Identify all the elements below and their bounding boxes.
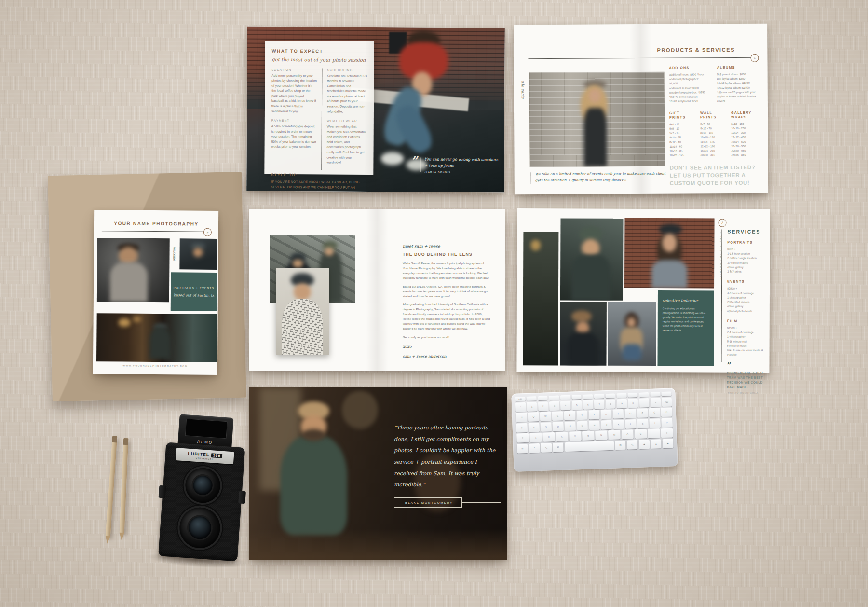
keyboard-key: N — [595, 430, 607, 440]
keyboard-key: esc — [515, 397, 526, 401]
keyboard-key — [616, 393, 626, 398]
price-item: 8x8 layflat album: $800 — [717, 77, 758, 82]
price-item: 8x10 - 70 — [700, 126, 727, 131]
price-item: 10x10 - 250 — [731, 126, 758, 131]
services-sidebar: SERVICES PORTRAITS $450 +1-1.5 hour sess… — [727, 229, 764, 395]
caption-script-text: We take on a limited number of events ea… — [535, 171, 671, 184]
duo-paragraph: After graduating from the University of … — [403, 302, 490, 331]
price-group-heading: GIFT PRINTS — [669, 110, 696, 119]
quote-text: You can never go wrong with sneakers + t… — [424, 156, 499, 169]
keyboard-key: 4 — [560, 400, 570, 410]
keyboard-key: 6 — [583, 400, 593, 410]
keyboard-key: Y — [588, 410, 599, 420]
camera-body: LUBITEL 166 UNIVERSAL — [158, 442, 245, 562]
camera-viewfinder-hood: ЛОМО — [177, 414, 233, 448]
testimonial-attribution: -BLAKE MONTGOMERY — [394, 497, 462, 508]
keyboard-key: ⌘ — [553, 442, 564, 452]
photo-quote: ” You can never go wrong with sneakers +… — [410, 156, 498, 174]
package-film: FILM $1500 +2-4 hours of coverage1 video… — [727, 318, 764, 357]
apple-keyboard: esc`1234567890-=⌫⇥QWERTYUIOPĞÜ⇪ASDFGHJKL… — [511, 388, 678, 472]
keyboard-key: Ç — [635, 429, 647, 439]
keyboard-key: 2 — [538, 401, 548, 411]
price-item: *albums are 20 pages with your — [717, 90, 758, 95]
camera-nameplate: LUBITEL 166 UNIVERSAL — [176, 448, 234, 464]
package-item: synced to music — [727, 344, 764, 348]
keyboard-key: ▲ — [651, 439, 662, 449]
keyboard-key: H — [589, 420, 600, 430]
keyboard-key: C — [556, 432, 568, 441]
package-events: EVENTS $2500 +4-8 hours of coverage1 pho… — [727, 279, 764, 314]
page-number-marker: 2 — [718, 219, 726, 227]
package-item: 5-15 minute reel — [727, 339, 764, 344]
keyboard-key: A — [529, 423, 540, 432]
camera-knob — [159, 485, 166, 498]
keyboard-key: ⌘ — [615, 440, 626, 450]
keyboard-key: O — [625, 409, 636, 418]
price-lists: ADD-ONS additional hours: $300 / houradd… — [669, 65, 759, 187]
price-group-heading: ALBUMS — [717, 65, 758, 69]
collage-photo-backwards-cap-girl — [624, 218, 715, 289]
keyboard-key: ` — [515, 402, 526, 412]
quote-mark-icon: ” — [410, 156, 417, 165]
keyboard-key: Ö — [622, 429, 634, 439]
price-item: 16x16 - 85 — [669, 149, 696, 153]
section-heading: PAYMENT — [271, 119, 317, 122]
collage-photo-cap-man — [560, 302, 606, 365]
keyboard-key: J — [601, 420, 612, 429]
keyboard-key: ⌃ — [529, 443, 540, 453]
price-item: covers — [717, 99, 758, 104]
keyboard-key: fn — [517, 443, 528, 453]
package-portraits: PORTRAITS $450 +1-1.5 hour session2 outf… — [727, 240, 764, 275]
services-title: SERVICES — [727, 229, 764, 235]
keyboard-key: 8 — [605, 399, 615, 409]
section-heading: LOCATION — [271, 68, 317, 71]
attribution-rule — [462, 502, 501, 503]
keyboard-key: I — [612, 409, 624, 419]
teal-box-heading: PORTRAITS + EVENTS — [174, 285, 215, 290]
section-body: Add more personality to your photos by c… — [271, 73, 317, 114]
price-group-heading: WALL PRINTS — [700, 110, 727, 119]
teal-box-script: based out of austin, tx — [174, 292, 215, 298]
pencil — [120, 438, 129, 533]
price-item: 11x14 - 60 — [669, 144, 696, 149]
keyboard-key: 5 — [571, 400, 582, 410]
camera-viewfinder-lens — [184, 467, 221, 504]
price-item: 16x20 storyboard: $220 — [669, 99, 712, 104]
keyboard-key — [538, 396, 548, 400]
package-item: 4-8 hours of coverage — [727, 291, 764, 295]
price-item: 16x24 - 210 — [700, 149, 727, 153]
section-heading: WHAT TO WEAR — [327, 119, 367, 123]
teal-overlay-body: Continuing our education as photographer… — [663, 306, 709, 332]
package-heading: PORTRAITS — [727, 240, 764, 245]
white-brick-portrait-photo — [529, 72, 665, 167]
page-marker-icon: » — [203, 228, 212, 236]
quote-attribution: -KARLA DENNIS — [424, 171, 499, 174]
keyboard-key: ⇥ — [516, 413, 527, 422]
keyboard-key: ⇧ — [661, 428, 673, 438]
keyboard-key: K — [613, 419, 624, 429]
testimonial-block: "Three years after having portraits done… — [394, 422, 501, 508]
price-group-gallery-wraps: GALLERY WRAPS 8x12 - 15010x10 - 25011x14… — [731, 110, 759, 157]
package-item: 20 edited images — [727, 261, 764, 265]
custom-quote-cta: DON'T SEE AN ITEM LISTED? LET US PUT TOG… — [670, 163, 757, 187]
mockup-scene: ” You can never go wrong with sneakers +… — [0, 0, 868, 607]
price-item: 12x12 - 160 — [700, 144, 727, 149]
price-item: $1,000 — [669, 82, 712, 86]
price-group-wall-prints: WALL PRINTS 5x7 - 508x10 - 708x12 - 1101… — [700, 110, 728, 158]
price-item: 24x36 - 850 — [731, 153, 758, 158]
duo-photo-patterned-shirt — [276, 268, 329, 355]
spread-testimonial: "Three years after having portraits done… — [249, 387, 507, 560]
keyboard-key: G — [577, 421, 588, 430]
price-item: 10x10 - 120 — [700, 135, 727, 140]
package-item: online gallery — [727, 304, 764, 309]
keyboard-key — [639, 392, 649, 397]
panel-title: WHAT TO EXPECT — [272, 48, 367, 54]
cover-title: YOUR NAME PHOTOGRAPHY — [94, 221, 218, 227]
package-heading: FILM — [727, 318, 764, 323]
price-item: 5x5 parent album: $600 — [717, 72, 758, 77]
client-quote: HIRING REESE & HER TEAM WAS THE BEST DEC… — [727, 371, 763, 389]
price-item: 16x20 - 125 — [669, 153, 696, 158]
duo-paragraph: Based out of Los Angeles, CA, we've been… — [403, 284, 490, 299]
testimonial-script-text: "Three years after having portraits done… — [394, 422, 501, 491]
camera-model-number: 166 — [211, 453, 222, 458]
